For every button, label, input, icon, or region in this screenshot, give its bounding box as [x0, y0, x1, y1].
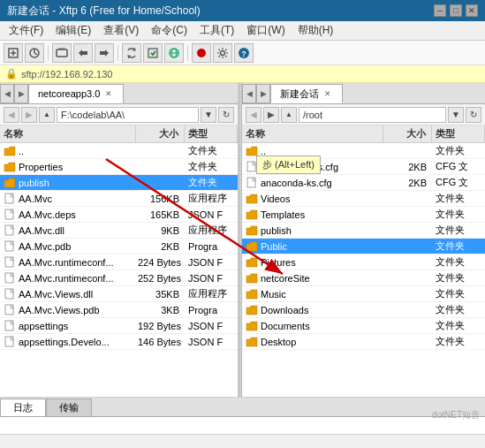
file-type: 应用程序 [185, 191, 238, 206]
toolbar-help-btn[interactable]: ? [234, 43, 254, 63]
file-row[interactable]: Videos文件夹 [242, 191, 485, 207]
toolbar-btn-2[interactable] [25, 43, 44, 63]
left-refresh-btn[interactable]: ↻ [218, 107, 234, 123]
left-pane: ◀ ▶ netcoreapp3.0 ✕ ◀ ▶ ▲ ▼ ↻ 名称 大小 类型 [0, 83, 239, 397]
toolbar-settings-btn[interactable] [213, 43, 232, 63]
toolbar-btn-7[interactable] [143, 43, 163, 63]
file-icon-generic [4, 289, 16, 300]
left-col-type[interactable]: 类型 [185, 125, 238, 142]
bottom-area: 日志 传输 [0, 397, 485, 435]
left-tab-next[interactable]: ▶ [14, 84, 28, 103]
file-row[interactable]: appsettings192 BytesJSON F [0, 318, 238, 334]
toolbar-btn-4[interactable] [73, 43, 93, 63]
file-row[interactable]: appsettings.Develo...146 BytesJSON F [0, 334, 238, 350]
right-dropdown-btn[interactable]: ▼ [448, 107, 464, 123]
file-name: AA.Mvc [19, 194, 52, 204]
file-size [136, 166, 185, 168]
left-path-input[interactable] [57, 107, 199, 123]
toolbar-red-btn[interactable] [192, 43, 211, 63]
file-row[interactable]: Desktop文件夹 [242, 334, 485, 350]
file-row[interactable]: Properties文件夹 [0, 159, 238, 175]
file-type: Progra [185, 240, 238, 253]
file-size: 224 Bytes [136, 256, 185, 269]
file-row[interactable]: initial-setup-ks.cfg2KBCFG 文 [242, 159, 485, 175]
toolbar-sync-btn[interactable] [122, 43, 141, 63]
file-row[interactable]: AA.Mvc.Views.pdb3KBProgra [0, 302, 238, 318]
menu-tools[interactable]: 工具(T) [194, 21, 239, 40]
left-file-list: ..文件夹Properties文件夹publish文件夹AA.Mvc156KB应… [0, 143, 238, 397]
minimize-button[interactable]: ─ [434, 4, 446, 17]
menu-view[interactable]: 查看(V) [98, 21, 144, 40]
transfer-tab[interactable]: 传输 [46, 399, 92, 416]
file-name: initial-setup-ks.cfg [261, 162, 338, 172]
file-row[interactable]: netcoreSite文件夹 [242, 270, 485, 286]
file-row[interactable]: publish文件夹 [242, 223, 485, 239]
file-type: 文件夹 [432, 223, 485, 238]
left-tab-prev[interactable]: ◀ [0, 84, 14, 103]
log-tab[interactable]: 日志 [0, 399, 46, 416]
file-row[interactable]: AA.Mvc.dll9KB应用程序 [0, 223, 238, 239]
right-tab-close[interactable]: ✕ [322, 89, 333, 98]
right-back-btn[interactable]: ◀ [246, 107, 261, 123]
title-buttons: ─ □ ✕ [434, 4, 478, 17]
file-row[interactable]: ..文件夹 [242, 143, 485, 159]
left-dropdown-btn[interactable]: ▼ [201, 107, 216, 123]
file-name: .. [19, 146, 24, 156]
menu-command[interactable]: 命令(C) [146, 21, 193, 40]
file-row[interactable]: Pictures文件夹 [242, 254, 485, 270]
left-col-size[interactable]: 大小 [136, 125, 185, 142]
file-row[interactable]: anaconda-ks.cfg2KBCFG 文 [242, 175, 485, 191]
right-path-input[interactable] [299, 107, 446, 123]
right-refresh-btn[interactable]: ↻ [466, 107, 481, 123]
menu-help[interactable]: 帮助(H) [292, 21, 339, 40]
file-row[interactable]: AA.Mvc.deps165KBJSON F [0, 207, 238, 223]
toolbar-btn-5[interactable] [95, 43, 114, 63]
toolbar-btn-3[interactable] [52, 43, 72, 63]
left-forward-btn[interactable]: ▶ [21, 107, 37, 123]
file-type: JSON F [185, 256, 238, 269]
file-size [383, 341, 432, 343]
menu-window[interactable]: 窗口(W) [241, 21, 290, 40]
right-tab-prev[interactable]: ◀ [242, 84, 256, 103]
close-button[interactable]: ✕ [466, 4, 478, 17]
file-type: 应用程序 [185, 286, 238, 301]
right-col-type[interactable]: 类型 [432, 125, 485, 142]
folder-icon [246, 146, 258, 156]
menu-file[interactable]: 文件(F) [4, 21, 49, 40]
right-tab-active[interactable]: 新建会话 ✕ [270, 84, 343, 103]
toolbar-globe-btn[interactable] [164, 43, 184, 63]
right-forward-btn[interactable]: ▶ [263, 107, 279, 123]
file-size: 192 Bytes [136, 320, 185, 332]
right-col-size[interactable]: 大小 [383, 125, 432, 142]
folder-icon [4, 162, 16, 172]
file-row[interactable]: Downloads文件夹 [242, 302, 485, 318]
left-tab-active[interactable]: netcoreapp3.0 ✕ [28, 84, 124, 103]
folder-icon [246, 194, 258, 204]
file-row[interactable]: Music文件夹 [242, 286, 485, 302]
folder-icon [246, 209, 258, 220]
left-back-btn[interactable]: ◀ [4, 107, 19, 123]
file-row[interactable]: Documents文件夹 [242, 318, 485, 334]
file-type: CFG 文 [432, 175, 485, 190]
file-row[interactable]: AA.Mvc.pdb2KBProgra [0, 239, 238, 254]
right-up-btn[interactable]: ▲ [281, 107, 297, 123]
file-row[interactable]: AA.Mvc.runtimeconf...224 BytesJSON F [0, 254, 238, 270]
file-row[interactable]: ..文件夹 [0, 143, 238, 159]
new-session-btn[interactable] [4, 43, 23, 63]
file-row[interactable]: AA.Mvc.runtimeconf...252 BytesJSON F [0, 270, 238, 286]
left-col-name[interactable]: 名称 [0, 125, 136, 142]
svg-text:?: ? [241, 49, 246, 58]
file-row[interactable]: publish文件夹 [0, 175, 238, 191]
right-col-name[interactable]: 名称 [242, 125, 383, 142]
file-row[interactable]: AA.Mvc156KB应用程序 [0, 191, 238, 207]
left-pane-toolbar: ◀ ▶ ▲ ▼ ↻ [0, 104, 238, 125]
file-row[interactable]: Templates文件夹 [242, 207, 485, 223]
maximize-button[interactable]: □ [450, 4, 462, 17]
file-row[interactable]: AA.Mvc.Views.dll35KB应用程序 [0, 286, 238, 302]
right-tab-next[interactable]: ▶ [256, 84, 270, 103]
left-tab-close[interactable]: ✕ [103, 89, 114, 98]
menu-edit[interactable]: 编辑(E) [50, 21, 96, 40]
left-up-btn[interactable]: ▲ [39, 107, 55, 123]
file-size: 2KB [383, 161, 432, 173]
file-row[interactable]: Public文件夹 [242, 239, 485, 254]
